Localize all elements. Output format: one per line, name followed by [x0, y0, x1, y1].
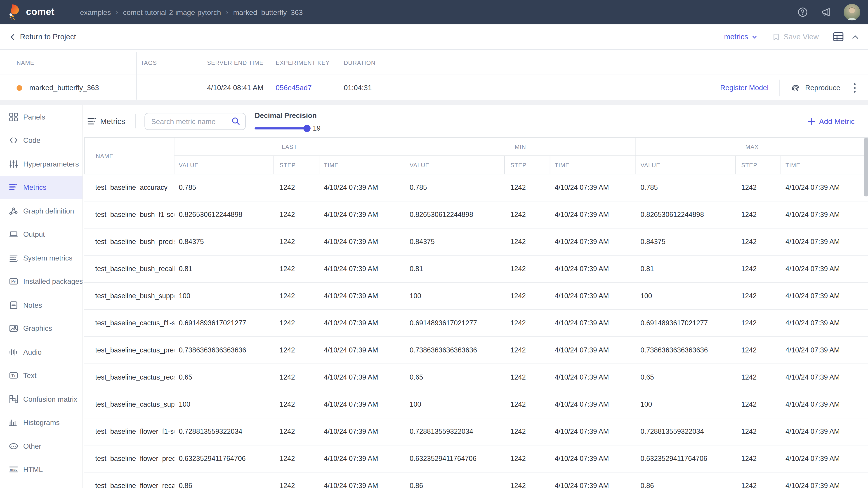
sidebar-item-label: Hyperparameters: [23, 160, 79, 168]
min-step-cell: 1242: [505, 211, 550, 219]
min-step-cell: 1242: [505, 482, 550, 488]
table-layout-icon[interactable]: [833, 32, 844, 41]
sidebar-item-html[interactable]: HTML HTML: [0, 458, 83, 482]
system-metrics-icon: [9, 253, 18, 263]
metric-row[interactable]: test_baseline_bush_precision 0.84375 124…: [84, 228, 868, 256]
slider-thumb[interactable]: [303, 125, 311, 132]
experiment-name[interactable]: marked_butterfly_363: [29, 84, 99, 92]
breadcrumb-project-group[interactable]: examples: [80, 8, 111, 17]
sidebar-item-graph-definition[interactable]: Graph definition: [0, 199, 83, 223]
max-value-cell: 0.6323529411764706: [636, 455, 736, 462]
add-metric-button[interactable]: Add Metric: [808, 117, 859, 125]
metric-row[interactable]: test_baseline_cactus_f1-score 0.69148936…: [84, 310, 868, 337]
last-step-cell: 1242: [274, 455, 319, 462]
sidebar-item-other[interactable]: Other: [0, 434, 83, 458]
svg-text:Tᴛ: Tᴛ: [11, 373, 16, 378]
max-time-cell: 4/10/24 07:39 AM: [781, 238, 868, 246]
confusion-matrix-icon: [9, 394, 18, 404]
sub-header-max-value[interactable]: VALUE: [636, 156, 736, 174]
sub-header-last-time[interactable]: TIME: [319, 156, 405, 174]
last-step-cell: 1242: [274, 211, 319, 219]
min-step-cell: 1242: [505, 292, 550, 300]
svg-text:HTML: HTML: [10, 468, 17, 471]
last-time-cell: 4/10/24 07:39 AM: [319, 292, 405, 300]
breadcrumb: examples › comet-tutorial-2-image-pytorc…: [80, 8, 303, 17]
view-dropdown[interactable]: metrics: [724, 33, 758, 41]
last-step-cell: 1242: [274, 482, 319, 488]
decimal-precision-label: Decimal Precision: [255, 111, 320, 120]
return-to-project-link[interactable]: Return to Project: [9, 33, 76, 41]
sidebar-item-audio[interactable]: Audio: [0, 340, 83, 364]
sidebar-item-output[interactable]: Output: [0, 223, 83, 246]
metrics-icon: [9, 183, 18, 192]
metric-row[interactable]: test_baseline_flower_f1-score 0.72881355…: [84, 418, 868, 445]
metric-row[interactable]: test_baseline_cactus_recall 0.65 1242 4/…: [84, 364, 868, 391]
min-time-cell: 4/10/24 07:39 AM: [550, 319, 636, 327]
experiment-key-link[interactable]: 056e45ad7: [276, 84, 312, 92]
experiment-status-dot: [17, 85, 22, 90]
metric-row[interactable]: test_baseline_bush_recall 0.81 1242 4/10…: [84, 256, 868, 283]
metric-row[interactable]: test_baseline_cactus_support 100 1242 4/…: [84, 391, 868, 418]
max-value-cell: 0.84375: [636, 238, 736, 246]
metrics-table: NAME LAST MIN MAX VALUE STEP TIME VALUE: [84, 137, 868, 488]
megaphone-icon[interactable]: [820, 6, 831, 18]
min-time-cell: 4/10/24 07:39 AM: [550, 184, 636, 191]
metric-row[interactable]: test_baseline_cactus_precision 0.7386363…: [84, 337, 868, 364]
metric-row[interactable]: test_baseline_bush_f1-score 0.8265306122…: [84, 201, 868, 228]
column-header-name: NAME: [0, 59, 136, 66]
metric-row[interactable]: test_baseline_flower_recall 0.86 1242 4/…: [84, 473, 868, 488]
collapse-chevron-up-icon[interactable]: [851, 33, 859, 40]
last-step-cell: 1242: [274, 319, 319, 327]
sidebar-item-panels[interactable]: Panels: [0, 105, 83, 129]
installed-packages-icon: Py: [9, 277, 18, 286]
metric-row[interactable]: test_baseline_flower_precision 0.6323529…: [84, 445, 868, 473]
metric-name-cell: test_baseline_bush_support: [84, 292, 174, 300]
last-step-cell: 1242: [274, 265, 319, 273]
max-value-cell: 0.728813559322034: [636, 428, 736, 435]
sidebar-item-installed-packages[interactable]: Py Installed packages: [0, 270, 83, 293]
breadcrumb-experiment[interactable]: marked_butterfly_363: [233, 8, 303, 17]
metric-search-input[interactable]: [151, 117, 228, 125]
sub-header-max-step[interactable]: STEP: [736, 156, 781, 174]
sidebar-item-metrics[interactable]: Metrics: [0, 176, 83, 199]
max-time-cell: 4/10/24 07:39 AM: [781, 211, 868, 219]
sidebar-item-confusion-matrix[interactable]: Confusion matrix: [0, 387, 83, 411]
sidebar-item-graphics[interactable]: Graphics: [0, 317, 83, 340]
min-time-cell: 4/10/24 07:39 AM: [550, 238, 636, 246]
vertical-scrollbar-thumb[interactable]: [864, 138, 868, 197]
sidebar-item-assets-artifacts[interactable]: Assets & Artifacts: [0, 482, 83, 488]
breadcrumb-separator-icon: ›: [226, 8, 228, 16]
metric-row[interactable]: test_baseline_accuracy 0.785 1242 4/10/2…: [84, 174, 868, 201]
search-icon[interactable]: [231, 117, 240, 126]
sidebar-item-histograms[interactable]: Histograms: [0, 411, 83, 434]
sub-header-last-value[interactable]: VALUE: [174, 156, 274, 174]
sub-header-last-step[interactable]: STEP: [274, 156, 319, 174]
sidebar-item-system-metrics[interactable]: System metrics: [0, 246, 83, 270]
metric-row[interactable]: test_baseline_bush_support 100 1242 4/10…: [84, 283, 868, 310]
comet-logo[interactable]: comet: [8, 4, 55, 20]
sub-header-max-time[interactable]: TIME: [781, 156, 868, 174]
help-icon[interactable]: [797, 6, 808, 18]
sidebar-item-code[interactable]: Code: [0, 129, 83, 152]
breadcrumb-project[interactable]: comet-tutorial-2-image-pytorch: [123, 8, 221, 17]
user-avatar[interactable]: [844, 4, 860, 20]
max-step-cell: 1242: [736, 428, 781, 435]
panels-icon: [9, 112, 18, 122]
table-header-name[interactable]: NAME: [85, 138, 175, 174]
last-time-cell: 4/10/24 07:39 AM: [319, 211, 405, 219]
sidebar-item-notes[interactable]: Notes: [0, 293, 83, 317]
max-value-cell: 100: [636, 400, 736, 408]
more-options-kebab-icon[interactable]: [851, 83, 858, 93]
sub-header-min-time[interactable]: TIME: [550, 156, 636, 174]
sidebar-item-hyperparameters[interactable]: Hyperparameters: [0, 152, 83, 175]
register-model-button[interactable]: Register Model: [720, 84, 769, 92]
sidebar-item-label: Metrics: [23, 183, 46, 192]
reproduce-button[interactable]: Reproduce: [792, 83, 840, 92]
save-view-button[interactable]: Save View: [772, 33, 819, 41]
sub-header-min-step[interactable]: STEP: [505, 156, 550, 174]
sidebar-item-text[interactable]: Tᴛ Text: [0, 364, 83, 387]
metric-name-cell: test_baseline_cactus_f1-score: [84, 319, 174, 327]
sub-header-min-value[interactable]: VALUE: [405, 156, 505, 174]
decimal-precision-slider[interactable]: [255, 127, 307, 129]
min-value-cell: 0.826530612244898: [405, 211, 505, 219]
